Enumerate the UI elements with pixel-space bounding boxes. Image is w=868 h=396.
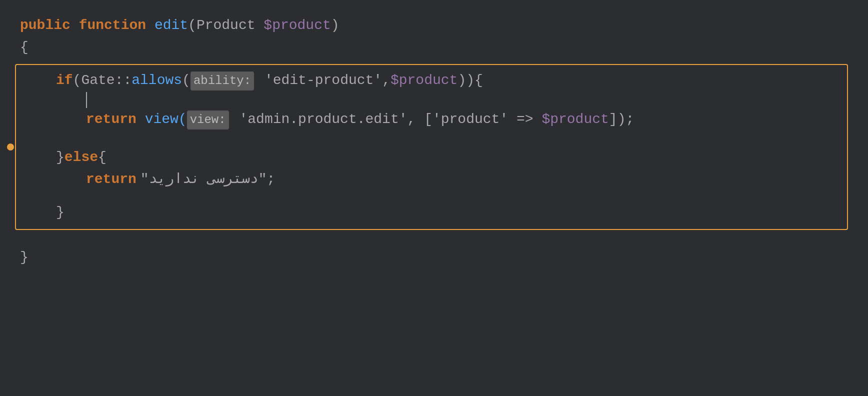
line-return-string: return "دسترسی ندارید"; [26, 169, 842, 190]
string-edit-product: 'edit-product', [256, 70, 390, 91]
keyword-return-1: return [86, 109, 136, 130]
line-return-view: return view( view: 'admin.product.edit',… [26, 109, 842, 130]
brace-close-inner: } [56, 202, 64, 223]
keyword-if: if [56, 70, 73, 91]
var-product-1: $product [390, 70, 458, 91]
keyword-else: else [64, 147, 98, 168]
param-type: Product [196, 15, 256, 36]
highlighted-code-block: if ( Gate :: allows ( ability: 'edit-pro… [15, 64, 848, 230]
string-view-path: 'admin.product.edit', [231, 109, 416, 130]
method-allows: allows [132, 70, 182, 91]
string-persian: "دسترسی ندارید"; [140, 169, 276, 190]
line-open-brace: { [20, 37, 848, 58]
line-close-brace: } [20, 247, 848, 268]
fn-view: view( [136, 109, 187, 130]
block-indicator [7, 144, 14, 150]
blank-line-2 [26, 191, 842, 201]
view-label: view: [187, 110, 229, 130]
string-product-key: 'product' [432, 109, 508, 130]
paren-open: ( [188, 15, 196, 36]
blank-line-1 [26, 131, 842, 146]
ability-label: ability: [190, 72, 254, 90]
text-cursor [86, 92, 87, 108]
class-gate: Gate [81, 70, 114, 91]
var-product-2: $product [534, 109, 609, 130]
line-function-declaration: public function edit ( Product $product … [20, 15, 848, 36]
keyword-return-2: return [86, 169, 136, 190]
paren-close: ) [331, 15, 340, 36]
line-if-gate: if ( Gate :: allows ( ability: 'edit-pro… [26, 70, 842, 91]
param-var: $product [256, 15, 331, 36]
line-else: } else { [26, 147, 842, 168]
blank-line-3 [20, 236, 848, 246]
line-cursor [26, 92, 842, 108]
code-editor: public function edit ( Product $product … [0, 0, 868, 284]
keyword-function: function [79, 15, 146, 36]
brace-close-outer: } [20, 247, 28, 268]
arrow: => [508, 109, 533, 130]
function-name: edit [154, 15, 188, 36]
keyword-public: public [20, 15, 70, 36]
line-inner-close-brace: } [26, 202, 842, 223]
brace-open: { [20, 37, 28, 58]
